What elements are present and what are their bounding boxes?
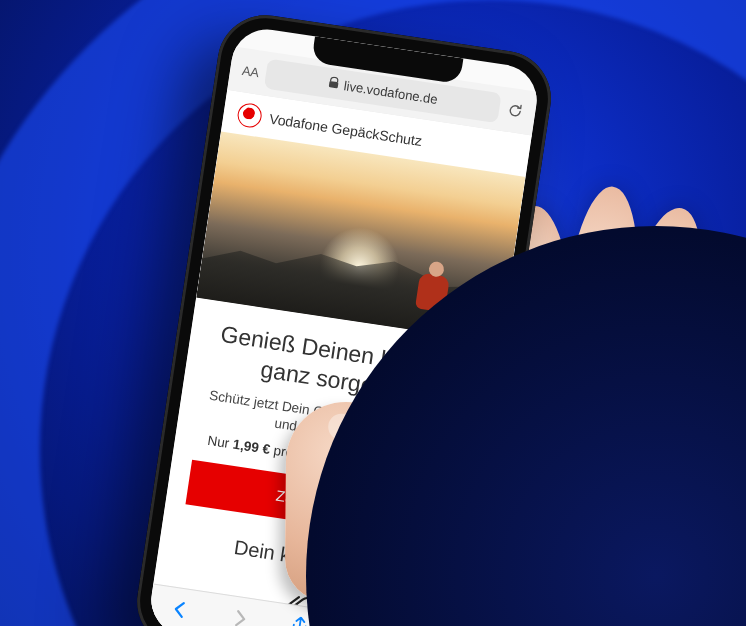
cta-button[interactable]: Zum Angebot	[185, 460, 457, 544]
vodafone-logo-icon	[236, 102, 263, 129]
back-button[interactable]	[169, 598, 190, 624]
share-button[interactable]	[288, 615, 310, 626]
phone-screen: AA live.vodafone.de Vodaf	[146, 25, 541, 626]
hero-person	[407, 248, 459, 314]
web-page: Vodafone GepäckSchutz Genieß Deinen Urla…	[146, 90, 531, 626]
svg-rect-0	[329, 80, 339, 87]
address-domain: live.vodafone.de	[343, 78, 439, 107]
phone: AA live.vodafone.de Vodaf	[131, 9, 558, 626]
photo-scene: AA live.vodafone.de Vodaf	[0, 0, 746, 626]
forward-button[interactable]	[229, 607, 250, 626]
refresh-icon[interactable]	[506, 102, 524, 120]
thumb-over-screen	[285, 401, 407, 602]
section-2-title: Dein kompletter S	[179, 528, 447, 590]
lock-icon	[327, 75, 340, 91]
text-size-button[interactable]: AA	[241, 62, 259, 79]
